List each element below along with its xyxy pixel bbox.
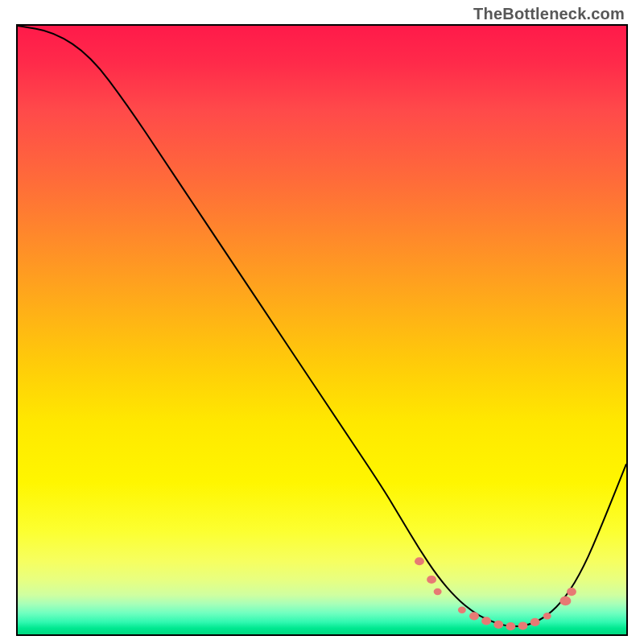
curve-marker [493, 621, 503, 629]
curve-marker [518, 621, 528, 630]
curve-marker [469, 612, 479, 620]
curve-marker [434, 588, 442, 595]
curve-marker [543, 613, 551, 619]
chart-container: TheBottleneck.com [0, 0, 644, 644]
markers-group [415, 557, 576, 630]
curve-marker [458, 607, 466, 613]
curve-marker [481, 617, 491, 625]
bottleneck-curve [18, 26, 626, 626]
curve-marker [506, 622, 515, 630]
plot-area [16, 24, 628, 636]
curve-marker [427, 576, 436, 584]
curve-marker [415, 557, 424, 565]
curve-marker [559, 597, 571, 606]
curve-marker [567, 588, 576, 596]
watermark-text: TheBottleneck.com [473, 5, 625, 23]
curve-svg [18, 26, 626, 634]
curve-marker [530, 618, 540, 626]
